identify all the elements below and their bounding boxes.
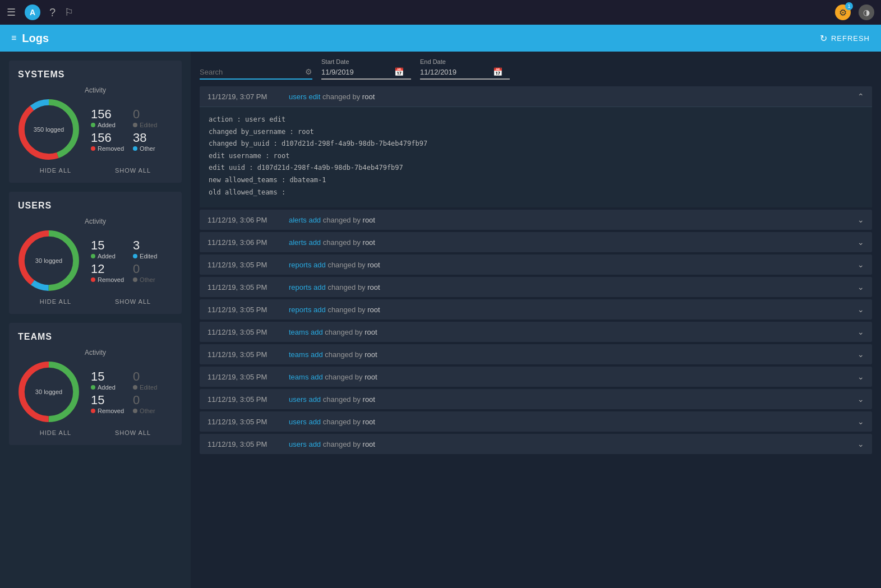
log-entry: 11/12/19, 3:06 PM alerts add changed by … bbox=[200, 210, 872, 230]
t-other-dot bbox=[133, 409, 137, 413]
settings-icon[interactable]: ⚙ 1 bbox=[835, 4, 851, 20]
help-icon[interactable]: ? bbox=[49, 6, 56, 19]
log-entry-header[interactable]: 11/12/19, 3:07 PM users edit changed by … bbox=[200, 86, 872, 107]
changed-by-label: changed by bbox=[323, 395, 363, 404]
action-name: alerts add bbox=[289, 238, 321, 247]
log-entry-header[interactable]: 11/12/19, 3:05 PM users add changed by r… bbox=[200, 434, 872, 454]
log-entry: 11/12/19, 3:05 PM reports add changed by… bbox=[200, 299, 872, 320]
filter-icon[interactable]: ⚙ bbox=[305, 67, 312, 76]
log-entry-header[interactable]: 11/12/19, 3:05 PM teams add changed by r… bbox=[200, 322, 872, 342]
u-removed-dot bbox=[91, 277, 95, 282]
log-entry-header[interactable]: 11/12/19, 3:05 PM users add changed by r… bbox=[200, 389, 872, 409]
log-entry-header[interactable]: 11/12/19, 3:06 PM alerts add changed by … bbox=[200, 210, 872, 230]
log-entry-header[interactable]: 11/12/19, 3:05 PM reports add changed by… bbox=[200, 254, 872, 275]
teams-hide-all-button[interactable]: HIDE ALL bbox=[40, 429, 71, 436]
chevron-icon[interactable]: ⌄ bbox=[857, 417, 864, 426]
users-stats: 15 Added 3 Edited 12 Removed 0 Other bbox=[91, 238, 166, 283]
chevron-icon[interactable]: ⌄ bbox=[857, 327, 864, 336]
systems-hide-all-button[interactable]: HIDE ALL bbox=[40, 167, 71, 174]
systems-show-all-button[interactable]: SHOW ALL bbox=[115, 167, 151, 174]
profile-icon[interactable]: ◑ bbox=[859, 4, 874, 20]
chevron-icon[interactable]: ⌄ bbox=[857, 372, 864, 381]
systems-title: SYSTEMS bbox=[18, 70, 173, 80]
user-name: root bbox=[363, 418, 375, 426]
systems-other: 38 Other bbox=[133, 131, 166, 152]
log-detail-panel: action : users editchanged by_username :… bbox=[200, 107, 872, 207]
other-dot bbox=[133, 146, 137, 151]
chevron-icon[interactable]: ⌄ bbox=[857, 350, 864, 359]
chevron-icon[interactable]: ⌄ bbox=[857, 439, 864, 448]
systems-edited: 0 Edited bbox=[133, 107, 166, 128]
log-action: users add changed by root bbox=[289, 395, 857, 404]
systems-added: 156 Added bbox=[91, 107, 124, 128]
u-other-dot bbox=[133, 277, 137, 282]
users-added: 15 Added bbox=[91, 238, 124, 260]
systems-removed: 156 Removed bbox=[91, 131, 124, 152]
users-title: USERS bbox=[18, 201, 173, 211]
log-entry: 11/12/19, 3:05 PM reports add changed by… bbox=[200, 254, 872, 275]
action-name: teams add bbox=[289, 328, 323, 336]
start-date-calendar-icon[interactable]: 📅 bbox=[394, 67, 404, 76]
users-edited: 3 Edited bbox=[133, 238, 166, 260]
refresh-button[interactable]: ↻ REFRESH bbox=[820, 33, 870, 44]
systems-card: SYSTEMS Activity 350 logged bbox=[9, 61, 182, 183]
chevron-icon[interactable]: ⌄ bbox=[857, 238, 864, 247]
user-name: root bbox=[363, 395, 375, 404]
user-name: root bbox=[363, 216, 375, 224]
user-name: root bbox=[363, 238, 375, 247]
log-time: 11/12/19, 3:05 PM bbox=[207, 261, 289, 269]
log-action: teams add changed by root bbox=[289, 373, 857, 381]
teams-removed: 15 Removed bbox=[91, 393, 124, 414]
chevron-icon[interactable]: ⌄ bbox=[857, 395, 864, 404]
user-name: root bbox=[365, 373, 377, 381]
log-action: users add changed by root bbox=[289, 440, 857, 448]
teams-other: 0 Other bbox=[133, 393, 166, 414]
logs-area: ⚙ Start Date 📅 End Date 📅 11/12/1 bbox=[191, 52, 881, 588]
systems-donut-row: 350 logged 156 Added 0 Edited 156 Remove… bbox=[18, 99, 173, 160]
sidebar-toggle-icon[interactable]: ≡ bbox=[11, 33, 16, 43]
log-entry-header[interactable]: 11/12/19, 3:05 PM reports add changed by… bbox=[200, 299, 872, 320]
systems-stats: 156 Added 0 Edited 156 Removed 38 Other bbox=[91, 107, 166, 152]
user-name: root bbox=[365, 350, 377, 359]
app-logo[interactable]: A bbox=[25, 4, 40, 20]
changed-by-label: changed by bbox=[328, 305, 367, 314]
log-detail-line: new allowed_teams : dbateam-1 bbox=[209, 174, 863, 187]
log-entry-header[interactable]: 11/12/19, 3:05 PM teams add changed by r… bbox=[200, 344, 872, 364]
start-date-label: Start Date bbox=[321, 58, 411, 65]
hamburger-icon[interactable]: ☰ bbox=[7, 6, 16, 18]
chevron-icon[interactable]: ⌄ bbox=[857, 215, 864, 224]
log-action: reports add changed by root bbox=[289, 305, 857, 314]
log-entry: 11/12/19, 3:07 PM users edit changed by … bbox=[200, 86, 872, 207]
action-name: teams add bbox=[289, 350, 323, 359]
user-name: root bbox=[365, 328, 377, 336]
nav-icon-3[interactable]: ⚐ bbox=[64, 6, 73, 18]
chevron-icon[interactable]: ⌃ bbox=[857, 92, 864, 101]
chevron-icon[interactable]: ⌄ bbox=[857, 260, 864, 269]
chevron-icon[interactable]: ⌄ bbox=[857, 283, 864, 291]
end-date-label: End Date bbox=[420, 58, 510, 65]
users-hide-all-button[interactable]: HIDE ALL bbox=[40, 298, 71, 305]
users-card: USERS Activity 30 logged bbox=[9, 192, 182, 314]
log-time: 11/12/19, 3:06 PM bbox=[207, 216, 289, 224]
log-action: users add changed by root bbox=[289, 418, 857, 426]
teams-added: 15 Added bbox=[91, 369, 124, 391]
log-time: 11/12/19, 3:05 PM bbox=[207, 305, 289, 314]
log-action: alerts add changed by root bbox=[289, 238, 857, 247]
log-entry-header[interactable]: 11/12/19, 3:05 PM teams add changed by r… bbox=[200, 367, 872, 387]
log-entry-header[interactable]: 11/12/19, 3:06 PM alerts add changed by … bbox=[200, 232, 872, 252]
log-entry-header[interactable]: 11/12/19, 3:05 PM users add changed by r… bbox=[200, 411, 872, 432]
log-time: 11/12/19, 3:05 PM bbox=[207, 440, 289, 448]
log-time: 11/12/19, 3:05 PM bbox=[207, 418, 289, 426]
log-entry-header[interactable]: 11/12/19, 3:05 PM reports add changed by… bbox=[200, 277, 872, 297]
end-date-calendar-icon[interactable]: 📅 bbox=[493, 67, 502, 76]
teams-show-all-button[interactable]: SHOW ALL bbox=[115, 429, 151, 436]
users-show-all-button[interactable]: SHOW ALL bbox=[115, 298, 151, 305]
chevron-icon[interactable]: ⌄ bbox=[857, 305, 864, 314]
log-action: teams add changed by root bbox=[289, 328, 857, 336]
teams-stats: 15 Added 0 Edited 15 Removed 0 Other bbox=[91, 369, 166, 414]
search-input[interactable] bbox=[200, 68, 301, 76]
log-time: 11/12/19, 3:05 PM bbox=[207, 283, 289, 291]
start-date-input[interactable] bbox=[321, 68, 394, 76]
end-date-input[interactable] bbox=[420, 68, 493, 76]
t-added-dot bbox=[91, 385, 95, 390]
